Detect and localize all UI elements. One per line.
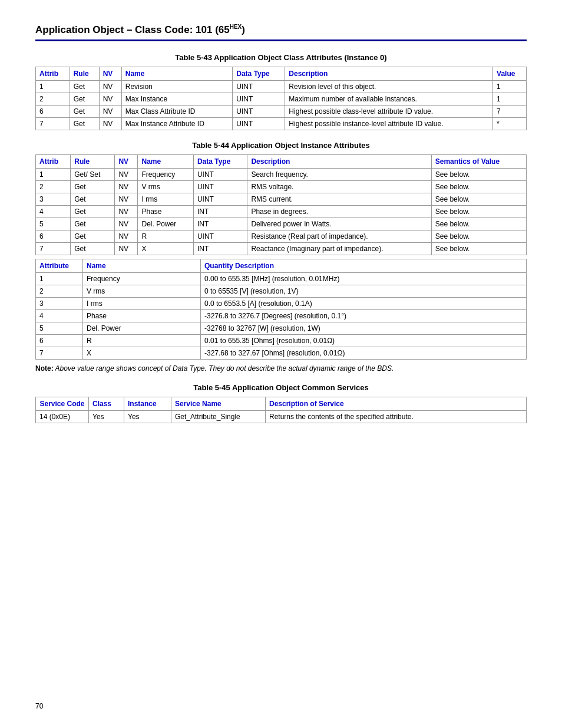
table44-qty: Attribute Name Quantity Description 1Fre… [35, 259, 527, 360]
table-row: 6R0.01 to 655.35 [Ohms] (resolution, 0.0… [36, 334, 527, 347]
col-qty-name: Name [83, 259, 201, 272]
col-name: Name [138, 154, 193, 168]
col-desc-service: Description of Service [266, 397, 527, 410]
table-row: 1Frequency0.00 to 655.35 [MHz] (resoluti… [36, 272, 527, 285]
table43-header-row: Attrib Rule NV Name Data Type Descriptio… [36, 67, 527, 80]
col-rule: Rule [71, 154, 115, 168]
col-service-name: Service Name [171, 397, 266, 410]
table-row: 7GetNVXINTReactance (Imaginary part of i… [36, 242, 527, 255]
note-text: Above value range shows concept of Data … [54, 364, 394, 373]
col-instance: Instance [124, 397, 171, 410]
table43: Attrib Rule NV Name Data Type Descriptio… [35, 67, 527, 130]
col-description: Description [285, 67, 493, 80]
table-row: 7GetNVMax Instance Attribute IDUINTHighe… [36, 117, 527, 130]
table43-title: Table 5-43 Application Object Class Attr… [35, 53, 527, 62]
table45-header-row: Service Code Class Instance Service Name… [36, 397, 527, 410]
table-row: 6GetNVRUINTResistance (Real part of impe… [36, 230, 527, 242]
table-row: 7X-327.68 to 327.67 [Ohms] (resolution, … [36, 347, 527, 359]
page-number: 70 [35, 702, 43, 710]
table-row: 5GetNVDel. PowerINTDelivered power in Wa… [36, 218, 527, 230]
table-row: 2V rms0 to 65535 [V] (resolution, 1V) [36, 285, 527, 297]
table44-header-row: Attrib Rule NV Name Data Type Descriptio… [36, 154, 527, 168]
note-label: Note: [35, 364, 54, 373]
col-rule: Rule [70, 67, 99, 80]
col-datatype: Data Type [193, 154, 247, 168]
col-service-code: Service Code [36, 397, 89, 410]
table44-instance: Attrib Rule NV Name Data Type Descriptio… [35, 154, 527, 255]
col-attribute: Attribute [36, 259, 83, 272]
table-row: 14 (0x0E)YesYesGet_Attribute_SingleRetur… [36, 410, 527, 423]
page-header: Application Object – Class Code: 101 (65… [35, 24, 527, 41]
table-row: 5Del. Power-32768 to 32767 [W] (resoluti… [36, 322, 527, 334]
col-description: Description [247, 154, 431, 168]
note: Note: Above value range shows concept of… [35, 364, 527, 373]
col-class: Class [89, 397, 124, 410]
table-row: 6GetNVMax Class Attribute IDUINTHighest … [36, 105, 527, 117]
table-row: 1Get/ SetNVFrequencyUINTSearch frequency… [36, 168, 527, 180]
col-semantics: Semantics of Value [431, 154, 526, 168]
table-row: 1GetNVRevisionUINTRevision level of this… [36, 80, 527, 93]
table-row: 2GetNVMax InstanceUINTMaximum number of … [36, 93, 527, 105]
col-nv: NV [115, 154, 138, 168]
col-name: Name [121, 67, 233, 80]
table-row: 4Phase-3276.8 to 3276.7 [Degrees] (resol… [36, 309, 527, 322]
table45-title: Table 5-45 Application Object Common Ser… [35, 383, 527, 392]
table44-qty-header: Attribute Name Quantity Description [36, 259, 527, 272]
col-qty-desc: Quantity Description [201, 259, 527, 272]
page-title: Application Object – Class Code: 101 (65… [35, 24, 527, 36]
table-row: 2GetNVV rmsUINTRMS voltage.See below. [36, 180, 527, 193]
table-row: 4GetNVPhaseINTPhase in degrees.See below… [36, 205, 527, 218]
table45: Service Code Class Instance Service Name… [35, 397, 527, 423]
col-datatype: Data Type [233, 67, 285, 80]
table-row: 3GetNVI rmsUINTRMS current.See below. [36, 193, 527, 205]
col-nv: NV [99, 67, 121, 80]
col-attrib: Attrib [36, 67, 70, 80]
table44-title: Table 5-44 Application Object Instance A… [35, 141, 527, 150]
col-value: Value [493, 67, 527, 80]
table-row: 3I rms0.0 to 6553.5 [A] (resolution, 0.1… [36, 297, 527, 309]
col-attrib: Attrib [36, 154, 71, 168]
